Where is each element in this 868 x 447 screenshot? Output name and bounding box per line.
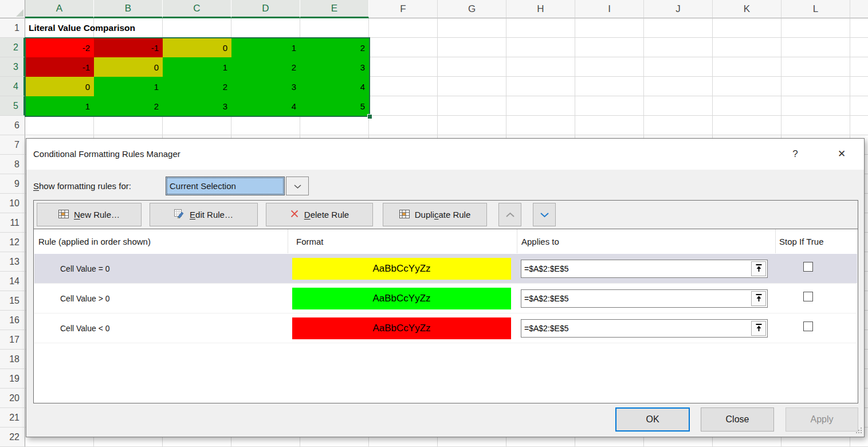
column-header-A[interactable]: A	[25, 0, 94, 18]
cell-B5[interactable]: 2	[94, 96, 163, 116]
row-header-12[interactable]: 12	[0, 233, 25, 252]
cell-F2[interactable]	[369, 38, 438, 57]
cell-G3[interactable]	[438, 57, 506, 77]
row-header-22[interactable]: 22	[0, 428, 25, 447]
column-header-E[interactable]: E	[300, 0, 369, 18]
cell-A6[interactable]	[25, 116, 94, 135]
cell-H6[interactable]	[506, 116, 575, 135]
rule-row[interactable]: Cell Value < 0AaBbCcYyZz	[34, 313, 857, 343]
cell-D2[interactable]: 1	[231, 38, 300, 57]
column-header-D[interactable]: D	[231, 0, 300, 18]
cell-H5[interactable]	[506, 96, 575, 116]
cell-I3[interactable]	[575, 57, 644, 77]
resize-grip[interactable]	[855, 426, 862, 436]
cell-G4[interactable]	[438, 77, 506, 96]
row-header-2[interactable]: 2	[0, 38, 25, 57]
delete-rule-button[interactable]: Delete Rule	[266, 203, 373, 226]
cell-F5[interactable]	[369, 96, 438, 116]
row-header-20[interactable]: 20	[0, 389, 25, 408]
cell-L2[interactable]	[781, 38, 850, 57]
cell-D3[interactable]: 2	[231, 57, 300, 77]
collapse-dialog-button[interactable]	[751, 321, 766, 336]
column-header-L[interactable]: L	[781, 0, 850, 18]
cell-H3[interactable]	[506, 57, 575, 77]
rule-row[interactable]: Cell Value = 0AaBbCcYyZz	[34, 254, 857, 284]
select-all-button[interactable]	[0, 0, 25, 18]
rule-row[interactable]: Cell Value > 0AaBbCcYyZz	[34, 284, 857, 313]
row-header-10[interactable]: 10	[0, 194, 25, 213]
cell-L6[interactable]	[781, 116, 850, 135]
cell-D1[interactable]	[231, 18, 300, 38]
cell-J1[interactable]	[644, 18, 713, 38]
cell-K5[interactable]	[713, 96, 781, 116]
help-button[interactable]: ?	[787, 139, 803, 170]
cell-M4[interactable]	[850, 77, 868, 96]
row-header-15[interactable]: 15	[0, 291, 25, 311]
cell-A3[interactable]: -1	[25, 57, 94, 77]
cell-K1[interactable]	[713, 18, 781, 38]
duplicate-rule-button[interactable]: Duplicate Rule	[383, 203, 487, 226]
cell-K4[interactable]	[713, 77, 781, 96]
cell-K3[interactable]	[713, 57, 781, 77]
combobox-dropdown-button[interactable]	[286, 177, 309, 195]
move-rule-up-button[interactable]	[498, 203, 521, 226]
cell-G6[interactable]	[438, 116, 506, 135]
row-header-19[interactable]: 19	[0, 369, 25, 389]
edit-rule-button[interactable]: Edit Rule…	[150, 203, 258, 226]
apply-button[interactable]: Apply	[785, 407, 858, 432]
cell-F3[interactable]	[369, 57, 438, 77]
collapse-dialog-button[interactable]	[751, 261, 766, 276]
cell-H4[interactable]	[506, 77, 575, 96]
row-header-17[interactable]: 17	[0, 330, 25, 350]
cell-F4[interactable]	[369, 77, 438, 96]
cell-E5[interactable]: 5	[300, 96, 369, 116]
cell-J3[interactable]	[644, 57, 713, 77]
stop-if-true-checkbox[interactable]	[803, 262, 813, 272]
row-header-3[interactable]: 3	[0, 57, 25, 77]
cell-M1[interactable]	[850, 18, 868, 38]
cell-D4[interactable]: 3	[231, 77, 300, 96]
cell-I2[interactable]	[575, 38, 644, 57]
cell-B2[interactable]: -1	[94, 38, 163, 57]
cell-C3[interactable]: 1	[163, 57, 231, 77]
column-header-B[interactable]: B	[94, 0, 163, 18]
row-header-9[interactable]: 9	[0, 174, 25, 194]
cell-J2[interactable]	[644, 38, 713, 57]
row-header-4[interactable]: 4	[0, 77, 25, 96]
cell-K6[interactable]	[713, 116, 781, 135]
row-header-13[interactable]: 13	[0, 252, 25, 272]
cell-J5[interactable]	[644, 96, 713, 116]
close-icon[interactable]: ✕	[833, 139, 850, 170]
column-header-G[interactable]: G	[438, 0, 506, 18]
cell-A4[interactable]: 0	[25, 77, 94, 96]
cell-H2[interactable]	[506, 38, 575, 57]
row-header-8[interactable]: 8	[0, 155, 25, 174]
stop-if-true-checkbox[interactable]	[803, 321, 813, 331]
column-header-K[interactable]: K	[713, 0, 781, 18]
row-header-5[interactable]: 5	[0, 96, 25, 116]
column-header-I[interactable]: I	[575, 0, 644, 18]
cell-D6[interactable]	[231, 116, 300, 135]
cell-M3[interactable]	[850, 57, 868, 77]
dialog-titlebar[interactable]: Conditional Formatting Rules Manager ? ✕	[26, 139, 864, 170]
cell-J4[interactable]	[644, 77, 713, 96]
cell-I6[interactable]	[575, 116, 644, 135]
applies-to-input[interactable]	[521, 290, 767, 307]
show-rules-combobox[interactable]: Current Selection	[166, 177, 285, 195]
cell-L1[interactable]	[781, 18, 850, 38]
applies-to-input[interactable]	[521, 260, 767, 277]
cell-G5[interactable]	[438, 96, 506, 116]
cell-E6[interactable]	[300, 116, 369, 135]
cell-B3[interactable]: 0	[94, 57, 163, 77]
cell-F1[interactable]	[369, 18, 438, 38]
cell-A2[interactable]: -2	[25, 38, 94, 57]
cell-C2[interactable]: 0	[163, 38, 231, 57]
row-header-16[interactable]: 16	[0, 311, 25, 330]
row-header-14[interactable]: 14	[0, 272, 25, 291]
ok-button[interactable]: OK	[615, 407, 690, 432]
cell-I5[interactable]	[575, 96, 644, 116]
cell-I4[interactable]	[575, 77, 644, 96]
cell-G1[interactable]	[438, 18, 506, 38]
cell-A1[interactable]: Literal Value Comparison	[25, 18, 94, 38]
cell-J6[interactable]	[644, 116, 713, 135]
